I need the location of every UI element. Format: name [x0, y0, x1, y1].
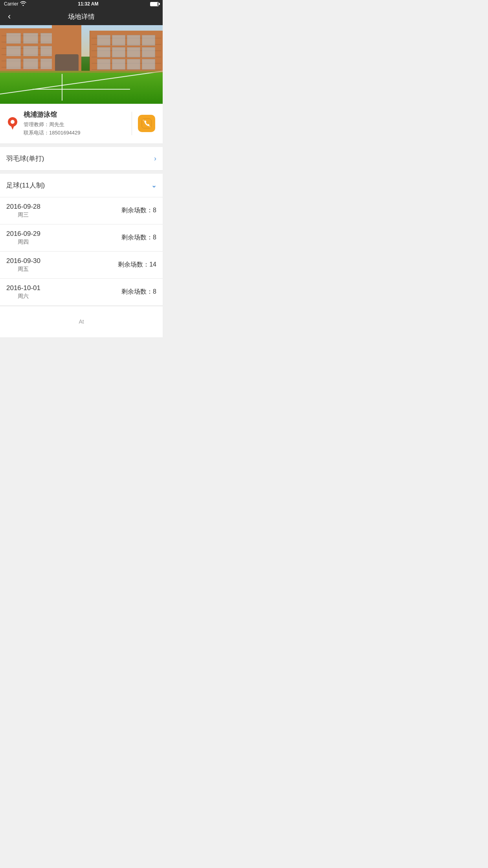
manager-label: 管理教师：: [24, 121, 49, 127]
call-button[interactable]: [137, 114, 156, 133]
remaining-0: 剩余场数：8: [121, 206, 156, 215]
date-row-1[interactable]: 2016-09-29 周四 剩余场数：8: [0, 224, 163, 252]
date-text-0: 2016-09-28: [6, 203, 40, 211]
back-button[interactable]: ‹: [6, 9, 13, 24]
map-pin-icon: [7, 117, 18, 130]
venue-info-section: 桃浦游泳馆 管理教师：周先生 联系电话：18501694429: [0, 104, 163, 144]
chevron-right-icon: ›: [154, 154, 156, 163]
sport-label-badminton: 羽毛球(单打): [6, 154, 44, 163]
venue-manager: 管理教师：周先生: [24, 121, 127, 129]
wifi-icon: [20, 1, 26, 7]
section-separator-1: [0, 144, 163, 147]
remain-count-3: 8: [153, 288, 156, 295]
sport-label-football: 足球(11人制): [6, 181, 45, 190]
battery-icon: [150, 2, 159, 6]
nav-bar: ‹ 场地详情: [0, 8, 163, 25]
date-text-3: 2016-10-01: [6, 284, 40, 292]
page-title: 场地详情: [68, 12, 95, 21]
remain-label-2: 剩余场数：: [118, 261, 149, 268]
venue-details: 桃浦游泳馆 管理教师：周先生 联系电话：18501694429: [24, 110, 127, 137]
date-text-1: 2016-09-29: [6, 230, 40, 238]
venue-phone: 联系电话：18501694429: [24, 129, 127, 137]
date-row-3[interactable]: 2016-10-01 周六 剩余场数：8: [0, 279, 163, 306]
bottom-text: At: [79, 318, 84, 325]
remain-label-0: 剩余场数：: [121, 207, 153, 213]
remain-label-3: 剩余场数：: [121, 288, 153, 295]
location-icon: [6, 117, 19, 130]
date-day-0: 周三: [6, 211, 40, 219]
date-info-2: 2016-09-30 周五: [6, 257, 40, 273]
date-day-2: 周五: [6, 266, 40, 273]
date-info-3: 2016-10-01 周六: [6, 284, 40, 300]
bottom-area: At: [0, 306, 163, 337]
remaining-1: 剩余场数：8: [121, 234, 156, 242]
date-info-0: 2016-09-28 周三: [6, 203, 40, 219]
remain-count-1: 8: [153, 234, 156, 241]
manager-name: 周先生: [49, 121, 64, 127]
date-row-0[interactable]: 2016-09-28 周三 剩余场数：8: [0, 197, 163, 224]
building-right: [90, 31, 163, 74]
date-text-2: 2016-09-30: [6, 257, 40, 265]
sport-row-football[interactable]: 足球(11人制) ⌄: [0, 174, 163, 197]
grass-field: [0, 71, 163, 104]
date-info-1: 2016-09-29 周四: [6, 230, 40, 246]
remain-label-1: 剩余场数：: [121, 234, 153, 241]
date-day-1: 周四: [6, 239, 40, 246]
phone-number: 18501694429: [49, 130, 81, 136]
svg-point-1: [11, 120, 15, 124]
carrier-label: Carrier: [4, 1, 18, 7]
phone-icon-box: [138, 115, 155, 132]
venue-name: 桃浦游泳馆: [24, 110, 127, 119]
vertical-divider: [132, 112, 132, 135]
status-bar: Carrier 11:32 AM: [0, 0, 163, 8]
venue-image: [0, 25, 163, 104]
chevron-down-icon: ⌄: [151, 182, 156, 189]
svg-marker-2: [11, 125, 15, 130]
status-time: 11:32 AM: [78, 1, 98, 7]
phone-label: 联系电话：: [24, 130, 49, 136]
status-left: Carrier: [4, 1, 26, 7]
date-day-3: 周六: [6, 293, 40, 300]
remaining-2: 剩余场数：14: [118, 261, 156, 269]
remain-count-0: 8: [153, 207, 156, 213]
section-separator-2: [0, 171, 163, 174]
status-right: [150, 2, 159, 6]
sport-row-badminton[interactable]: 羽毛球(单打) ›: [0, 147, 163, 171]
remain-count-2: 14: [149, 261, 156, 268]
phone-icon: [141, 118, 152, 129]
remaining-3: 剩余场数：8: [121, 288, 156, 296]
building-center: [52, 25, 81, 74]
date-row-2[interactable]: 2016-09-30 周五 剩余场数：14: [0, 252, 163, 279]
